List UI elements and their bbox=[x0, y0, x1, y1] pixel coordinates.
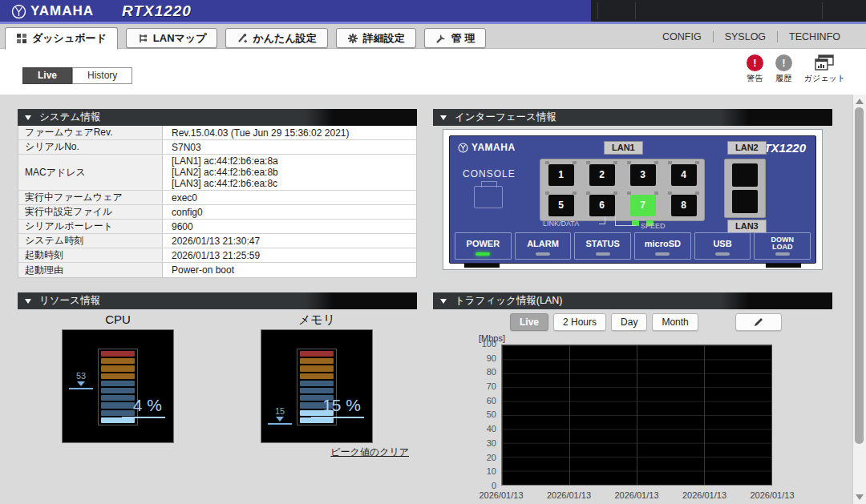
main-nav: ダッシュボード LANマップ かんたん設定 詳細設定 管 理 CONFIG SY… bbox=[0, 24, 866, 49]
y-tick: 0 bbox=[452, 482, 496, 490]
top-bar-user-area: ? ユーザー名なし bbox=[591, 0, 866, 22]
scrollbar-thumb[interactable] bbox=[855, 107, 864, 444]
memory-label: メモリ bbox=[261, 312, 373, 328]
lan2-lan3-port-column bbox=[724, 159, 766, 218]
separator bbox=[822, 2, 823, 19]
cpu-peak-marker: 53 bbox=[69, 372, 93, 389]
table-row: 実行中ファームウェア exec0 bbox=[18, 191, 416, 205]
indicator-download: DOWN LOAD bbox=[754, 232, 811, 260]
memory-peak-value: 15 bbox=[275, 406, 285, 416]
gauge-segment bbox=[300, 365, 334, 371]
table-row: システム時刻 2026/01/13 21:30:47 bbox=[18, 234, 416, 248]
router-dashboard: YAMAHA RTX1220 ? ユーザー名なし bbox=[0, 0, 866, 504]
tab-management[interactable]: 管 理 bbox=[424, 28, 487, 48]
link-config[interactable]: CONFIG bbox=[651, 31, 713, 42]
console-jack-icon bbox=[474, 186, 503, 208]
lan-map-icon bbox=[137, 33, 148, 44]
link-techinfo[interactable]: TECHINFO bbox=[777, 31, 852, 42]
y-tick: 100 bbox=[452, 340, 496, 349]
port-cell: 8 bbox=[663, 190, 704, 220]
history-log-button[interactable]: ! 履歴 bbox=[775, 54, 792, 84]
system-info-table: ファームウェアRev. Rev.15.04.03 (Tue Jun 29 15:… bbox=[18, 126, 417, 278]
scroll-up-icon[interactable] bbox=[856, 99, 864, 104]
gauge-segment bbox=[300, 373, 334, 379]
traffic-chart-plot bbox=[501, 345, 772, 486]
link-syslog[interactable]: SYSLOG bbox=[713, 31, 777, 42]
collapse-triangle-icon bbox=[25, 115, 31, 120]
y-tick: 80 bbox=[452, 368, 496, 377]
status-led bbox=[596, 252, 610, 256]
tab-label: 管 理 bbox=[451, 31, 475, 46]
traffic-info-header[interactable]: トラフィック情報(LAN) bbox=[433, 292, 832, 309]
system-info-header[interactable]: システム情報 bbox=[18, 109, 417, 126]
tab-dashboard[interactable]: ダッシュボード bbox=[5, 27, 118, 50]
resource-info-header[interactable]: リソース情報 bbox=[18, 292, 417, 309]
tab-lan-map[interactable]: LANマップ bbox=[126, 28, 218, 48]
scroll-down-icon[interactable] bbox=[856, 494, 864, 500]
tab-easy-setup[interactable]: かんたん設定 bbox=[225, 28, 327, 48]
row-label: シリアルNo. bbox=[18, 140, 163, 154]
quick-icons: ! 警告 ! 履歴 ガジェット bbox=[747, 54, 845, 84]
link-data-bracket bbox=[599, 216, 605, 224]
row-label: 起動時刻 bbox=[18, 248, 163, 262]
range-2hours-button[interactable]: 2 Hours bbox=[553, 313, 606, 331]
y-tick: 30 bbox=[452, 439, 496, 448]
speed-label: SPEED bbox=[641, 222, 666, 230]
interface-info-header[interactable]: インターフェース情報 bbox=[433, 109, 832, 126]
edit-graph-button[interactable] bbox=[735, 313, 782, 331]
speed-bracket bbox=[615, 216, 636, 226]
lan1-port-group: 1 2 3 4 5 6 7 8 bbox=[540, 159, 705, 221]
port-cell: 2 bbox=[581, 159, 622, 190]
chart-y-axis: 100 90 80 70 60 50 40 30 20 10 0 bbox=[452, 340, 496, 490]
indicator-microsd: microSD bbox=[634, 232, 691, 260]
traffic-info-panel: トラフィック情報(LAN) Live 2 Hours Day Month [Mb… bbox=[433, 292, 832, 504]
history-label: 履歴 bbox=[775, 73, 791, 84]
gadget-icon bbox=[815, 54, 835, 71]
sub-header: Live History ! 警告 ! 履歴 ガジェット bbox=[0, 49, 866, 95]
y-tick: 50 bbox=[452, 410, 496, 419]
row-value: 2026/01/13 21:25:59 bbox=[163, 248, 416, 262]
mac-line: [LAN2] ac:44:f2:b6:ea:8b bbox=[172, 167, 413, 178]
row-label: MACアドレス bbox=[18, 155, 163, 190]
indicator-label: STATUS bbox=[585, 239, 619, 248]
panel-title: リソース情報 bbox=[39, 294, 100, 308]
range-month-button[interactable]: Month bbox=[652, 313, 698, 331]
lan-port-7-active: 7 bbox=[630, 195, 656, 216]
easy-setup-icon bbox=[237, 33, 248, 44]
lan-port-2: 2 bbox=[589, 164, 615, 186]
tab-advanced-settings[interactable]: 詳細設定 bbox=[336, 28, 416, 48]
y-tick: 70 bbox=[452, 382, 496, 391]
range-day-button[interactable]: Day bbox=[611, 313, 647, 331]
device-image-frame: YAMAHA RTX1220 LAN1 LAN2 LAN3 CONSOLE 1 … bbox=[443, 129, 823, 270]
indicator-power: POWER bbox=[455, 232, 512, 260]
range-live-button[interactable]: Live bbox=[510, 313, 548, 331]
traffic-body: Live 2 Hours Day Month [Mbps] 100 90 80 … bbox=[433, 309, 832, 504]
device-foot bbox=[766, 264, 801, 268]
row-value: Rev.15.04.03 (Tue Jun 29 15:36:02 2021) bbox=[163, 126, 416, 139]
vertical-scrollbar[interactable] bbox=[852, 95, 866, 504]
history-toggle-button[interactable]: History bbox=[72, 67, 132, 84]
tab-label: LANマップ bbox=[153, 31, 207, 46]
lan3-port bbox=[732, 190, 758, 213]
row-label: 実行中設定ファイル bbox=[18, 205, 163, 219]
row-value: Power-on boot bbox=[163, 263, 416, 277]
live-toggle-button[interactable]: Live bbox=[22, 67, 72, 84]
indicator-label: microSD bbox=[645, 239, 681, 248]
panel-title: システム情報 bbox=[39, 111, 100, 124]
history-badge: ! bbox=[782, 57, 785, 69]
memory-usage-value: 15 % bbox=[311, 396, 364, 418]
warning-icon: ! bbox=[747, 54, 763, 71]
separator bbox=[635, 2, 636, 19]
gauge-segment bbox=[101, 351, 135, 357]
traffic-range-buttons: Live 2 Hours Day Month bbox=[510, 313, 698, 331]
gadget-button[interactable]: ガジェット bbox=[804, 54, 845, 84]
cpu-gauge: 53 4 % bbox=[62, 329, 174, 443]
yamaha-tuning-fork-icon bbox=[458, 143, 468, 153]
warning-button[interactable]: ! 警告 bbox=[747, 54, 763, 84]
resource-info-panel: リソース情報 CPU メモリ 53 bbox=[18, 292, 417, 462]
gauge-segment bbox=[101, 358, 135, 364]
lan-port-6: 6 bbox=[589, 195, 615, 216]
clear-peak-link[interactable]: ピーク値のクリア bbox=[330, 446, 409, 459]
cpu-label: CPU bbox=[62, 312, 174, 326]
gauge-segment bbox=[300, 381, 334, 386]
